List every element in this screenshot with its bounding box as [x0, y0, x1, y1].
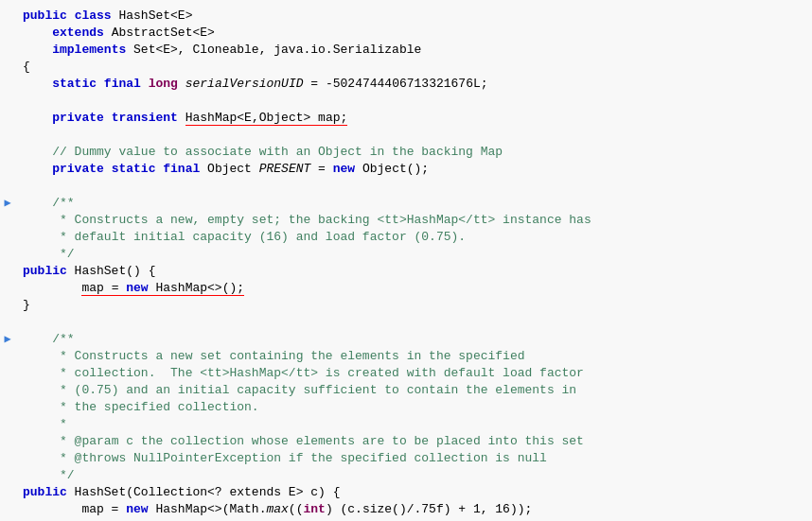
line-code: private static final Object PRESENT = ne…	[17, 161, 812, 178]
code-line: ▶ /**	[0, 331, 812, 348]
code-line: * the specified collection.	[0, 399, 812, 416]
code-line: map = new HashMap<>(Math.max((int) (c.si…	[0, 501, 812, 518]
line-code: /**	[17, 331, 812, 348]
line-code: *	[17, 416, 812, 433]
line-code: * the specified collection.	[17, 399, 812, 416]
code-line: * Constructs a new set containing the el…	[0, 348, 812, 365]
line-code: */	[17, 246, 812, 263]
line-code: public HashSet() {	[17, 263, 812, 280]
code-line: private static final Object PRESENT = ne…	[0, 161, 812, 178]
line-code: * @throws NullPointerException if the sp…	[17, 450, 812, 467]
code-line: {	[0, 59, 812, 76]
line-code: * @param c the collection whose elements…	[17, 433, 812, 450]
line-gutter: ▶	[0, 331, 17, 348]
line-code: {	[17, 59, 812, 76]
code-line: implements Set<E>, Cloneable, java.io.Se…	[0, 42, 812, 59]
line-code: * Constructs a new, empty set; the backi…	[17, 212, 812, 229]
line-code: */	[17, 467, 812, 484]
line-code: * (0.75) and an initial capacity suffici…	[17, 382, 812, 399]
code-line: static final long serialVersionUID = -50…	[0, 76, 812, 93]
line-code: static final long serialVersionUID = -50…	[17, 76, 812, 93]
code-line	[0, 314, 812, 331]
code-line: */	[0, 467, 812, 484]
line-code: * Constructs a new set containing the el…	[17, 348, 812, 365]
code-line: * (0.75) and an initial capacity suffici…	[0, 382, 812, 399]
line-code: map = new HashMap<>();	[17, 280, 812, 297]
code-line: public class HashSet<E>	[0, 8, 812, 25]
line-code: * default initial capacity (16) and load…	[17, 229, 812, 246]
code-line: map = new HashMap<>();	[0, 280, 812, 297]
line-code: implements Set<E>, Cloneable, java.io.Se…	[17, 42, 812, 59]
code-line: */	[0, 246, 812, 263]
code-line: * @throws NullPointerException if the sp…	[0, 450, 812, 467]
line-gutter: ▶	[0, 195, 17, 212]
code-line	[0, 127, 812, 144]
code-line	[0, 178, 812, 195]
code-line: private transient HashMap<E,Object> map;	[0, 110, 812, 127]
line-code: extends AbstractSet<E>	[17, 25, 812, 42]
line-code: * collection. The <tt>HashMap</tt> is cr…	[17, 365, 812, 382]
code-line	[0, 93, 812, 110]
code-line: public HashSet() {	[0, 263, 812, 280]
line-code: public HashSet(Collection<? extends E> c…	[17, 484, 812, 501]
code-line: extends AbstractSet<E>	[0, 25, 812, 42]
code-line: *	[0, 416, 812, 433]
code-container: public class HashSet<E> extends Abstract…	[0, 0, 812, 521]
line-code: public class HashSet<E>	[17, 8, 812, 25]
code-line: * Constructs a new, empty set; the backi…	[0, 212, 812, 229]
code-line: }	[0, 297, 812, 314]
line-code: private transient HashMap<E,Object> map;	[17, 110, 812, 127]
line-code: map = new HashMap<>(Math.max((int) (c.si…	[17, 501, 812, 518]
code-line: * default initial capacity (16) and load…	[0, 229, 812, 246]
line-code: // Dummy value to associate with an Obje…	[17, 144, 812, 161]
line-code: /**	[17, 195, 812, 212]
code-line: * @param c the collection whose elements…	[0, 433, 812, 450]
code-line: * collection. The <tt>HashMap</tt> is cr…	[0, 365, 812, 382]
code-line: // Dummy value to associate with an Obje…	[0, 144, 812, 161]
code-line: ▶ /**	[0, 195, 812, 212]
code-line: public HashSet(Collection<? extends E> c…	[0, 484, 812, 501]
line-code: }	[17, 297, 812, 314]
